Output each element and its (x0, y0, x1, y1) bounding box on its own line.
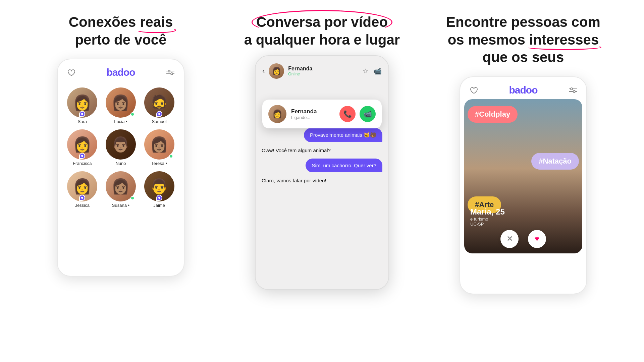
call-buttons: 📞 📹 (339, 106, 376, 122)
accept-call-button[interactable]: 📹 (360, 106, 376, 122)
person-name-jessica: Jessica (75, 203, 90, 208)
heading-line1-connections: Conexões reais (69, 14, 173, 30)
heading-interests-line3: que os seus (483, 49, 564, 65)
person-cell-jessica[interactable]: 👩 Jessica (63, 169, 102, 210)
person-name-teresa: Teresa • (151, 161, 167, 166)
left-phone-header: badoo (58, 59, 184, 81)
video-icon[interactable]: 📹 (373, 67, 382, 75)
location-pin-francisca (79, 153, 85, 159)
person-cell-francisca[interactable]: 👩 Francisca (63, 127, 102, 169)
online-dot-teresa (169, 154, 173, 158)
like-button[interactable]: ♥ (528, 230, 546, 248)
circle-heading-video: Conversa por vídeo (256, 13, 388, 31)
heart-icon[interactable] (66, 67, 76, 78)
badoo-logo-left: badoo (107, 67, 135, 78)
svg-point-6 (571, 88, 573, 90)
card-person-desc: e turismo UC-SP (470, 217, 576, 227)
filter-icon[interactable] (165, 67, 176, 78)
circle-interesses: interesses (529, 31, 599, 49)
person-cell-sara[interactable]: 👩 Sara (63, 85, 102, 127)
heading-connections: Conexões reais perto de você (69, 13, 173, 49)
location-pin-samuel (156, 111, 162, 117)
right-phone: badoo (460, 76, 587, 294)
chat-user-info: Fernanda Online (288, 66, 359, 76)
underline-reais: reais (140, 13, 173, 31)
right-phone-header: badoo (460, 77, 586, 99)
left-phone: badoo 👩 (57, 59, 184, 277)
person-cell-nuno[interactable]: 👨🏽 Nuno (102, 127, 140, 169)
card-person-name: Maria, 25 (470, 207, 576, 217)
heading-interests-line2: os mesmos interesses (448, 32, 599, 48)
back-arrow[interactable]: ‹ (262, 67, 265, 75)
message-3: Oww! Você tem algum animal? (262, 147, 331, 153)
location-pin-jaime (156, 195, 162, 201)
call-info: Fernanda Ligando... (291, 108, 335, 120)
online-dot-lucia (130, 112, 135, 116)
message-2: Provavelmente animais 🐱🐻 (304, 128, 382, 142)
person-name-sara: Sara (78, 119, 87, 124)
person-name-lucia: Lucia • (114, 119, 127, 124)
call-avatar: 👩 (268, 105, 286, 123)
card-info: Maria, 25 e turismo UC-SP (470, 207, 576, 227)
location-pin-sara (79, 111, 85, 117)
hashtag-natacao[interactable]: #Natação (531, 153, 579, 170)
person-name-nuno: Nuno (115, 161, 126, 166)
svg-point-7 (573, 90, 575, 93)
card-actions: ✕ ♥ (500, 230, 546, 248)
chat-header: ‹ 👩 Fernanda Online ☆ 📹 (256, 56, 388, 83)
person-cell-jaime[interactable]: 👨 Jaime (140, 169, 178, 210)
call-overlay: 👩 Fernanda Ligando... 📞 📹 (262, 100, 382, 128)
message-5: Claro, vamos falar por vídeo! (262, 178, 326, 183)
message-4: Sim, um cachorro. Quer ver? (306, 159, 382, 172)
person-name-jaime: Jaime (153, 203, 165, 208)
column-connections: Conexões reais perto de você badoo (20, 13, 221, 277)
online-dot-susana (130, 196, 135, 200)
column-video: Conversa por vídeo a qualquer hora e lug… (221, 13, 423, 290)
svg-point-0 (168, 70, 170, 72)
svg-point-1 (171, 73, 173, 75)
chat-avatar: 👩 (269, 63, 284, 79)
heading-video: Conversa por vídeo a qualquer hora e lug… (244, 13, 400, 49)
call-status: Ligando... (291, 115, 335, 120)
person-cell-susana[interactable]: 👩🏽 Susana • (102, 169, 140, 210)
heading-interests-line1: Encontre pessoas com (446, 14, 600, 30)
person-name-susana: Susana • (112, 203, 129, 208)
person-name-samuel: Samuel (152, 119, 167, 124)
heading-line2-connections: perto de você (75, 32, 166, 48)
date-card[interactable]: #Coldplay #Natação #Arte Maria, 25 e tur… (464, 99, 582, 253)
contact-online-status: Online (288, 72, 359, 76)
chat-username: Fernanda (288, 66, 359, 72)
filter-icon-right[interactable] (568, 85, 578, 96)
location-pin-jessica (79, 195, 85, 201)
column-interests: Encontre pessoas com os mesmos interesse… (423, 13, 624, 294)
person-cell-samuel[interactable]: 🧔 Samuel (140, 85, 178, 127)
heading-interests: Encontre pessoas com os mesmos interesse… (446, 13, 600, 66)
star-icon[interactable]: ☆ (363, 67, 369, 75)
person-name-francisca: Francisca (73, 161, 92, 166)
person-cell-lucia[interactable]: 👩🏽 Lucia • (102, 85, 140, 127)
caller-name: Fernanda (291, 108, 335, 115)
dislike-button[interactable]: ✕ (500, 230, 519, 248)
main-container: Conexões reais perto de você badoo (0, 0, 644, 362)
badoo-logo-right: badoo (509, 84, 538, 96)
chat-action-icons: ☆ 📹 (363, 67, 382, 75)
middle-phone: ‹ 👩 Fernanda Online ☆ 📹 Oi, o que te faz… (255, 55, 389, 290)
heart-icon-right[interactable] (468, 85, 479, 96)
people-grid: 👩 Sara 👩🏽 Lucia • 🧔 (58, 81, 184, 214)
decline-call-button[interactable]: 📞 (339, 106, 356, 122)
hashtag-coldplay[interactable]: #Coldplay (468, 106, 518, 123)
person-cell-teresa[interactable]: 👩🏽 Teresa • (140, 127, 178, 169)
